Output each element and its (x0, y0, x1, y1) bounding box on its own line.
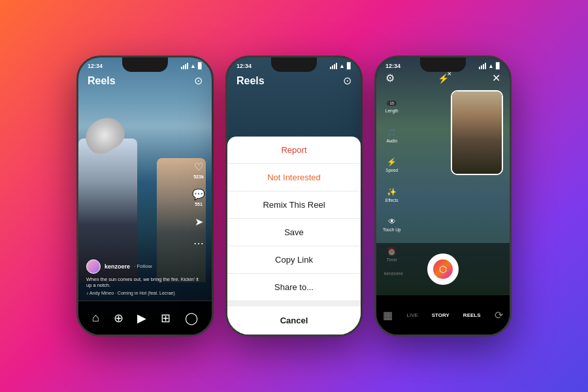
battery-icon-3: ▊ (496, 63, 500, 69)
phone3-notch (420, 57, 466, 72)
nav-shop[interactable]: ⊞ (161, 311, 171, 325)
effects-icon: ✨ (387, 188, 397, 197)
nav-search[interactable]: ⊕ (114, 311, 123, 325)
camera-icon-1[interactable]: ⊙ (194, 74, 203, 87)
nav-flip[interactable]: ⟳ (495, 309, 503, 321)
share-button[interactable]: ➤ (195, 216, 203, 228)
phone3-screen: 12:34 ▲ ▊ ⚙ ⚡✕ ✕ (376, 57, 510, 335)
reel-info: kenzoere · Follow When the sun comes out… (78, 254, 212, 301)
camera-icon-2[interactable]: ⊙ (343, 74, 351, 87)
more-icon: ⋯ (193, 237, 204, 250)
nav-home[interactable]: ⌂ (92, 311, 99, 325)
shoe (79, 111, 129, 159)
remix-button[interactable]: Remix This Reel (227, 191, 361, 219)
like-count: 523k (193, 174, 204, 179)
comment-icon: 💬 (192, 188, 205, 201)
live-label: LIVE (406, 312, 417, 318)
phone3-wrapper: 12:34 ▲ ▊ ⚙ ⚡✕ ✕ (374, 56, 512, 336)
audio-icon: 🎵 (387, 128, 397, 137)
touchup-label: Touch Up (383, 227, 400, 232)
speed-icon: ⚡ (387, 157, 397, 167)
signal-icon-2 (330, 63, 337, 69)
save-button[interactable]: Save (227, 219, 361, 246)
comment-count: 551 (195, 202, 203, 206)
close-icon[interactable]: ✕ (492, 72, 500, 84)
heart-icon: ♡ (194, 161, 203, 173)
phone2-notch (271, 57, 317, 72)
reel-caption: When the sun comes out, we bring the fir… (86, 276, 204, 289)
nav-reels[interactable]: REELS (463, 312, 481, 318)
shutter-area: ⬡ (376, 243, 510, 295)
shutter-inner: ⬡ (433, 259, 453, 279)
comment-button[interactable]: 💬 551 (192, 188, 205, 206)
sheet-spacer (227, 301, 361, 306)
nav-live[interactable]: LIVE (406, 312, 417, 318)
share-icon: ➤ (195, 216, 203, 228)
status-icons-3: ▲ ▊ (479, 63, 500, 69)
gallery-icon: ▦ (383, 309, 393, 321)
camera-bottom-nav: ▦ LIVE STORY REELS ⟳ (376, 295, 510, 335)
signal-icon-3 (479, 63, 486, 69)
status-time-2: 12:34 (237, 63, 252, 69)
length-badge: 15 (387, 101, 397, 106)
more-button[interactable]: ⋯ (193, 237, 204, 250)
bottom-nav-1: ⌂ ⊕ ▶ ⊞ ◯ (78, 301, 212, 335)
status-icons-2: ▲ ▊ (330, 63, 351, 69)
share-to-button[interactable]: Share to... (227, 274, 361, 301)
reels-label: REELS (463, 312, 481, 318)
preview-thumbnail (451, 90, 503, 175)
reel-actions: ♡ 523k 💬 551 ➤ ⋯ (192, 161, 205, 250)
preview-person (452, 91, 502, 174)
speed-label: Speed (385, 168, 398, 172)
nav-reels[interactable]: ▶ (137, 311, 146, 325)
user-row: kenzoere · Follow (86, 259, 204, 274)
reels-title-1: Reels (88, 75, 116, 87)
nav-profile[interactable]: ◯ (185, 311, 198, 325)
reels-camera-icon: ⬡ (439, 264, 447, 274)
story-label: STORY (432, 312, 449, 318)
avatar (86, 259, 101, 274)
nav-gallery[interactable]: ▦ (383, 309, 393, 321)
flip-icon: ⟳ (495, 309, 503, 321)
effects-label: Effects (385, 198, 399, 203)
cancel-button[interactable]: Cancel (227, 306, 361, 335)
audio-tool[interactable]: 🎵 Audio (383, 128, 400, 143)
wifi-icon-2: ▲ (339, 63, 345, 69)
reel-music: ♪ Andy Mineo · Coming in Hot (feat. Lecr… (86, 291, 204, 295)
phone1-notch (122, 57, 168, 72)
speed-tool[interactable]: ⚡ Speed (383, 157, 400, 172)
like-button[interactable]: ♡ 523k (193, 161, 204, 179)
length-tool[interactable]: 15 Length (383, 101, 400, 113)
camera-header: ⚙ ⚡✕ ✕ (376, 72, 510, 84)
phone2: Reels ⊙ 12:34 ▲ ▊ (225, 56, 363, 336)
wifi-icon-3: ▲ (488, 63, 494, 69)
not-interested-button[interactable]: Not Interested (227, 164, 361, 191)
nav-story[interactable]: STORY (432, 312, 449, 318)
follow-button[interactable]: · Follow (134, 263, 152, 269)
shutter-button[interactable]: ⬡ (427, 253, 459, 285)
copy-link-button[interactable]: Copy Link (227, 246, 361, 274)
touchup-tool[interactable]: 👁 Touch Up (383, 217, 400, 232)
phone1: 12:34 ▲ ▊ Reels ⊙ (76, 56, 214, 336)
phone2-wrapper: Reels ⊙ 12:34 ▲ ▊ (225, 56, 363, 336)
report-button[interactable]: Report (227, 137, 361, 164)
action-sheet: Report Not Interested Remix This Reel Sa… (227, 137, 361, 335)
touchup-icon: 👁 (388, 217, 396, 226)
phone1-screen: 12:34 ▲ ▊ Reels ⊙ (78, 57, 212, 335)
audio-label: Audio (386, 139, 397, 143)
settings-icon[interactable]: ⚙ (385, 72, 395, 84)
phone2-screen: Reels ⊙ 12:34 ▲ ▊ (227, 57, 361, 335)
length-label: Length (385, 108, 399, 113)
phone1-wrapper: 12:34 ▲ ▊ Reels ⊙ (76, 56, 214, 336)
effects-tool[interactable]: ✨ Effects (383, 188, 400, 203)
battery-icon-2: ▊ (347, 63, 351, 69)
reels-title-2: Reels (237, 75, 265, 87)
phone3: 12:34 ▲ ▊ ⚙ ⚡✕ ✕ (374, 56, 512, 336)
status-time-3: 12:34 (385, 63, 400, 69)
flash-button[interactable]: ⚡✕ (438, 73, 449, 84)
username[interactable]: kenzoere (105, 263, 130, 270)
